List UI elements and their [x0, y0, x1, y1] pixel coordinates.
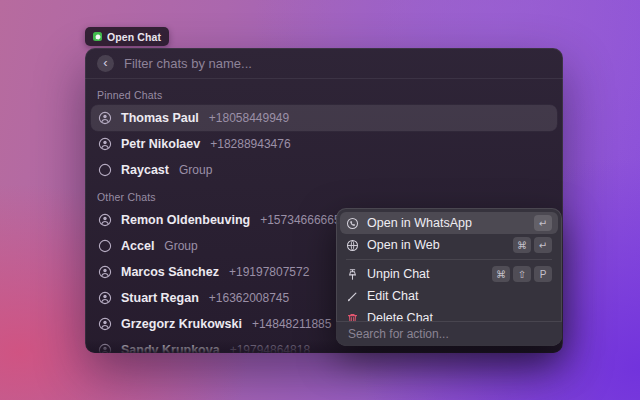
chat-detail: Group [179, 163, 212, 177]
person-circle-icon [98, 137, 112, 151]
command-key: ⌘ [513, 237, 531, 253]
person-circle-icon [98, 317, 112, 331]
command-tag-label: Open Chat [107, 31, 161, 43]
group-circle-icon [98, 239, 112, 253]
chat-detail: +16362008745 [209, 291, 289, 305]
chat-detail: +19794864818 [230, 343, 310, 353]
chat-name: Petr Nikolaev [121, 137, 200, 151]
menu-item-edit-chat[interactable]: Edit Chat [340, 285, 558, 307]
chat-name: Marcos Sánchez [121, 265, 219, 279]
chat-detail: +19197807572 [229, 265, 309, 279]
menu-item-label: Unpin Chat [367, 267, 484, 281]
chat-name: Stuart Regan [121, 291, 199, 305]
action-search-input[interactable] [348, 327, 550, 341]
shortcut-keys: ⌘ ↵ [513, 237, 552, 253]
whatsapp-icon [346, 217, 359, 230]
chat-name: Sandy Krupkova [121, 343, 220, 353]
action-search-bar [336, 321, 562, 346]
section-header-other: Other Chats [91, 183, 557, 207]
menu-item-open-in-whatsapp[interactable]: Open in WhatsApp ↵ [340, 212, 558, 234]
chat-name: Grzegorz Krukowski [121, 317, 242, 331]
menu-divider [346, 259, 552, 260]
whatsapp-app-icon [93, 32, 102, 41]
action-menu: Open in WhatsApp ↵ Open in Web ⌘ ↵ Unpin… [336, 208, 562, 346]
person-circle-icon [98, 343, 112, 353]
chat-detail: Group [164, 239, 197, 253]
search-input[interactable] [124, 56, 551, 71]
shift-key: ⇧ [513, 266, 531, 282]
return-key: ↵ [534, 215, 552, 231]
back-button[interactable]: ‹ [97, 55, 114, 72]
person-circle-icon [98, 291, 112, 305]
chat-detail: +18058449949 [209, 111, 289, 125]
return-key: ↵ [534, 237, 552, 253]
chat-row-raycast[interactable]: Raycast Group [91, 157, 557, 183]
command-key: ⌘ [492, 266, 510, 282]
chat-detail: +18288943476 [210, 137, 290, 151]
chevron-left-icon: ‹ [103, 56, 107, 69]
person-circle-icon [98, 213, 112, 227]
chat-name: Accel [121, 239, 154, 253]
chat-detail: +15734666665 [260, 213, 340, 227]
menu-item-unpin-chat[interactable]: Unpin Chat ⌘ ⇧ P [340, 263, 558, 285]
menu-item-open-in-web[interactable]: Open in Web ⌘ ↵ [340, 234, 558, 256]
menu-item-label: Edit Chat [367, 289, 544, 303]
open-chat-tag: Open Chat [85, 27, 169, 46]
shortcut-keys: ↵ [534, 215, 552, 231]
group-circle-icon [98, 163, 112, 177]
chat-detail: +14848211885 [252, 317, 332, 331]
pin-icon [346, 268, 359, 281]
chat-row-thomas-paul[interactable]: Thomas Paul +18058449949 [91, 105, 557, 131]
person-circle-icon [98, 111, 112, 125]
shortcut-keys: ⌘ ⇧ P [492, 266, 552, 282]
section-header-pinned: Pinned Chats [91, 81, 557, 105]
chat-name: Remon Oldenbeuving [121, 213, 250, 227]
chat-name: Thomas Paul [121, 111, 199, 125]
globe-icon [346, 239, 359, 252]
chat-row-petr-nikolaev[interactable]: Petr Nikolaev +18288943476 [91, 131, 557, 157]
menu-item-label: Open in Web [367, 238, 505, 252]
chat-name: Raycast [121, 163, 169, 177]
person-circle-icon [98, 265, 112, 279]
search-header: ‹ [85, 48, 563, 79]
action-menu-list: Open in WhatsApp ↵ Open in Web ⌘ ↵ Unpin… [336, 208, 562, 333]
menu-item-label: Open in WhatsApp [367, 216, 526, 230]
p-key: P [534, 266, 552, 282]
pencil-icon [346, 290, 359, 303]
